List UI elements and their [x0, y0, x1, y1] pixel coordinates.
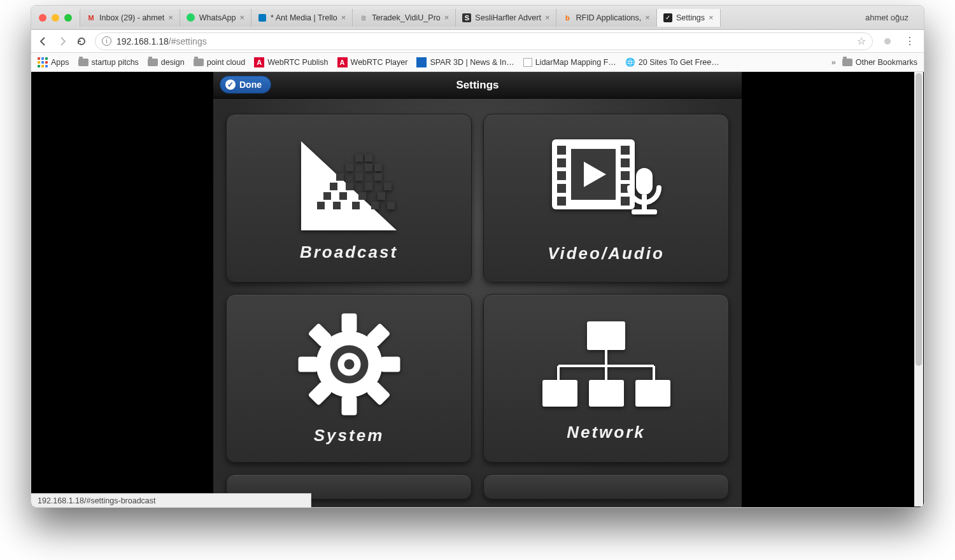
- close-icon[interactable]: ×: [168, 13, 173, 22]
- tile-video-audio[interactable]: Video/Audio: [483, 114, 729, 283]
- bookmark-label: SPAR 3D | News & In…: [430, 58, 514, 67]
- tile-system[interactable]: System: [226, 294, 472, 463]
- folder-icon: [194, 57, 204, 67]
- tab-label: * Ant Media | Trello: [271, 13, 337, 22]
- tab-sesliharfler[interactable]: S SesliHarfler Advert ×: [456, 9, 556, 27]
- status-url: 192.168.1.18/#settings-broadcast: [38, 496, 156, 505]
- vertical-scrollbar[interactable]: [914, 72, 923, 507]
- tab-label: Settings: [676, 13, 705, 22]
- tile-partial-right[interactable]: [483, 474, 729, 500]
- minimize-window-button[interactable]: [52, 14, 59, 22]
- settings-panel: ✓ Done Settings: [213, 72, 742, 507]
- tab-label: Teradek_VidiU_Pro: [372, 13, 440, 22]
- bookmark-webrtc-player[interactable]: AWebRTC Player: [337, 57, 408, 67]
- reload-button[interactable]: [76, 36, 87, 47]
- tab-rfid[interactable]: b RFID Applications, ×: [556, 9, 656, 27]
- svg-rect-57: [635, 380, 670, 407]
- globe-icon: 🌐: [625, 57, 635, 67]
- bookmark-20sites[interactable]: 🌐20 Sites To Get Free…: [625, 57, 719, 67]
- svg-rect-25: [557, 171, 566, 180]
- close-icon[interactable]: ×: [444, 13, 449, 22]
- close-icon[interactable]: ×: [341, 13, 346, 22]
- tile-label: System: [314, 426, 385, 445]
- tab-teradek[interactable]: 🗎 Teradek_VidiU_Pro ×: [353, 9, 456, 27]
- gmail-icon: M: [87, 13, 96, 22]
- svg-rect-20: [387, 202, 395, 209]
- svg-rect-40: [381, 356, 400, 372]
- tab-whatsapp[interactable]: WhatsApp ×: [180, 9, 251, 27]
- bookmark-startup-pitchs[interactable]: startup pitchs: [78, 57, 139, 67]
- tile-broadcast[interactable]: Broadcast: [226, 114, 472, 283]
- angular-icon: A: [337, 57, 348, 67]
- close-icon[interactable]: ×: [645, 13, 650, 22]
- svg-rect-15: [378, 192, 385, 200]
- tile-network[interactable]: Network: [483, 294, 729, 463]
- address-bar[interactable]: i 192.168.1.18/#settings ☆: [95, 32, 873, 50]
- close-icon[interactable]: ×: [709, 13, 714, 22]
- trello-icon: [258, 13, 267, 22]
- url-text: 192.168.1.18/#settings: [117, 36, 857, 46]
- svg-rect-28: [621, 146, 630, 155]
- tile-label: Network: [567, 423, 646, 442]
- other-bookmarks[interactable]: Other Bookmarks: [842, 57, 917, 67]
- profile-name[interactable]: ahmet oğuz: [854, 13, 920, 22]
- profile-avatar-icon[interactable]: [884, 38, 891, 45]
- svg-rect-55: [542, 380, 577, 407]
- bookmark-label: LidarMap Mapping F…: [535, 58, 616, 67]
- site-info-icon[interactable]: i: [102, 36, 111, 46]
- whatsapp-icon: [187, 13, 195, 22]
- bookmark-label: Apps: [51, 58, 69, 67]
- bookmark-apps[interactable]: Apps: [38, 57, 69, 67]
- folder-icon: [842, 57, 852, 67]
- svg-rect-6: [355, 173, 363, 181]
- bookmark-label: Other Bookmarks: [856, 58, 917, 67]
- svg-rect-19: [371, 202, 379, 209]
- svg-rect-27: [557, 197, 566, 206]
- svg-rect-24: [557, 158, 566, 167]
- tab-trello[interactable]: * Ant Media | Trello ×: [251, 9, 353, 27]
- status-bar: 192.168.1.18/#settings-broadcast: [31, 493, 311, 507]
- back-button[interactable]: [38, 36, 49, 47]
- url-path: /#settings: [169, 36, 207, 46]
- svg-rect-11: [384, 183, 392, 190]
- scrollbar-thumb[interactable]: [916, 73, 922, 366]
- browser-window: M Inbox (29) - ahmet × WhatsApp × * Ant …: [31, 5, 924, 508]
- svg-rect-9: [346, 183, 353, 190]
- s-icon: S: [462, 13, 471, 22]
- svg-rect-56: [589, 380, 624, 407]
- close-icon[interactable]: ×: [239, 13, 244, 22]
- svg-rect-10: [365, 183, 372, 190]
- tab-inbox[interactable]: M Inbox (29) - ahmet ×: [80, 9, 180, 27]
- svg-rect-38: [341, 313, 357, 332]
- svg-rect-42: [341, 396, 357, 415]
- svg-rect-5: [336, 173, 344, 181]
- svg-rect-14: [358, 192, 366, 200]
- video-audio-icon: [546, 133, 667, 235]
- svg-rect-36: [632, 209, 657, 214]
- page-title: Settings: [456, 79, 499, 92]
- bookmark-spar3d[interactable]: SPAR 3D | News & In…: [416, 57, 514, 67]
- angular-icon: A: [254, 57, 264, 67]
- done-button[interactable]: ✓ Done: [220, 76, 271, 94]
- settings-topbar: ✓ Done Settings: [213, 72, 742, 99]
- gear-icon: [297, 312, 402, 417]
- menu-icon[interactable]: ⋮: [902, 35, 917, 47]
- close-window-button[interactable]: [39, 14, 46, 22]
- bookmark-lidarmap[interactable]: LidarMap Mapping F…: [523, 58, 616, 67]
- tab-settings[interactable]: ✓ Settings ×: [657, 9, 721, 27]
- forward-button[interactable]: [57, 36, 68, 47]
- svg-rect-34: [636, 168, 653, 195]
- bookmark-label: WebRTC Player: [351, 58, 408, 67]
- bookmark-label: startup pitchs: [92, 58, 139, 67]
- bookmark-design[interactable]: design: [148, 57, 185, 67]
- maximize-window-button[interactable]: [64, 14, 72, 22]
- folder-icon: [78, 57, 88, 67]
- bookmark-point-cloud[interactable]: point cloud: [194, 57, 245, 67]
- svg-rect-3: [365, 164, 372, 171]
- bookmark-star-icon[interactable]: ☆: [857, 35, 866, 47]
- close-icon[interactable]: ×: [545, 13, 550, 22]
- svg-rect-13: [339, 192, 347, 200]
- bookmark-webrtc-publish[interactable]: AWebRTC Publish: [254, 57, 328, 67]
- bookmarks-overflow-icon[interactable]: »: [831, 58, 836, 67]
- tab-strip: M Inbox (29) - ahmet × WhatsApp × * Ant …: [31, 6, 924, 30]
